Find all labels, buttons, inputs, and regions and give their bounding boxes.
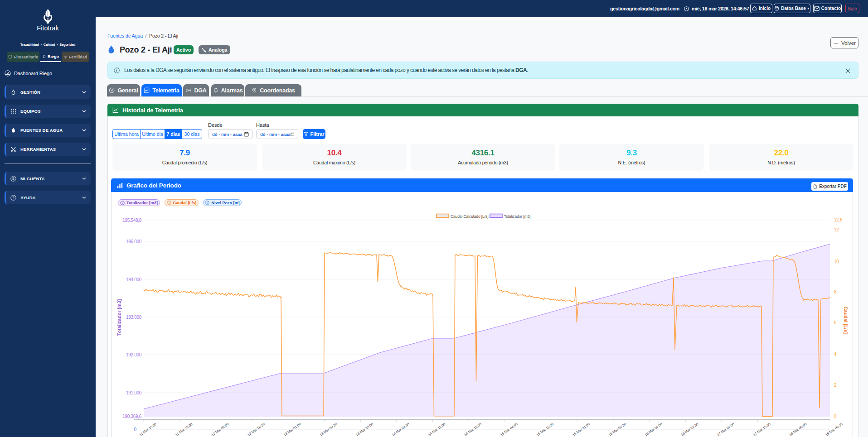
svg-text:190.369,6: 190.369,6 [122,414,142,419]
svg-text:13 Mar 18:00: 13 Mar 18:00 [355,422,374,437]
svg-text:193.000: 193.000 [126,315,142,320]
svg-text:192.000: 192.000 [126,352,142,357]
svg-text:12 Mar 16:30: 12 Mar 16:30 [247,422,266,437]
svg-text:18 Mar 00:00: 18 Mar 00:00 [788,422,807,437]
svg-text:Totalizador [m3]: Totalizador [m3] [504,214,531,219]
svg-text:195.000: 195.000 [126,239,142,244]
svg-text:16 Mar 05:30: 16 Mar 05:30 [608,422,627,437]
svg-text:12: 12 [834,227,839,232]
svg-text:12,6: 12,6 [834,217,843,222]
svg-text:Caudal [L/s]: Caudal [L/s] [843,307,849,334]
svg-text:16 Mar 14:00: 16 Mar 14:00 [644,422,663,437]
svg-text:10: 10 [834,259,839,264]
svg-text:15 Mar 12:30: 15 Mar 12:30 [536,422,555,437]
svg-text:15 Mar 21:00: 15 Mar 21:00 [572,422,591,437]
svg-text:Totalizador [m3]: Totalizador [m3] [116,299,122,336]
svg-text:13 Mar 09:30: 13 Mar 09:30 [319,422,338,437]
svg-text:0: 0 [834,414,837,419]
svg-text:13 Mar 01:00: 13 Mar 01:00 [283,422,302,437]
svg-text:12 Mar 08:00: 12 Mar 08:00 [211,422,230,437]
svg-text:11 Mar 23:30: 11 Mar 23:30 [175,422,194,437]
svg-text:2: 2 [834,383,837,388]
svg-text:16 Mar 22:30: 16 Mar 22:30 [680,422,699,437]
svg-text:195.548,8: 195.548,8 [122,218,142,223]
svg-text:0: 0 [134,427,136,432]
svg-text:6: 6 [834,320,837,325]
svg-text:194.000: 194.000 [126,277,142,282]
svg-text:11 Mar 15:00: 11 Mar 15:00 [138,422,157,437]
svg-text:17 Mar 07:00: 17 Mar 07:00 [716,422,735,437]
svg-text:14 Mar 19:30: 14 Mar 19:30 [463,422,482,437]
svg-text:15 Mar 04:00: 15 Mar 04:00 [499,422,519,437]
svg-text:191.000: 191.000 [126,390,142,395]
svg-text:4: 4 [834,352,837,357]
svg-text:18 Mar 08:30: 18 Mar 08:30 [824,422,844,437]
svg-text:Caudal Calculado [L/s]: Caudal Calculado [L/s] [451,214,488,219]
svg-text:17 Mar 15:30: 17 Mar 15:30 [752,422,771,437]
svg-text:14 Mar 11:00: 14 Mar 11:00 [427,422,446,437]
svg-text:14 Mar 02:30: 14 Mar 02:30 [391,422,410,437]
svg-text:8: 8 [834,289,837,294]
